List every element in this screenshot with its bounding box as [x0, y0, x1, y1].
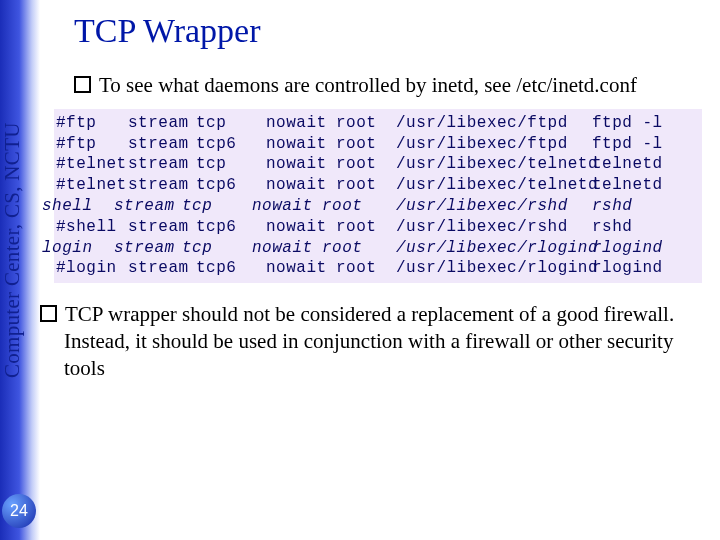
code-cell: root [322, 196, 382, 217]
code-cell: tcp6 [196, 175, 266, 196]
code-cell: stream [114, 238, 182, 259]
code-row: loginstreamtcpnowaitroot/usr/libexec/rlo… [54, 238, 702, 259]
code-cell: rshd [592, 217, 702, 238]
code-cell: nowait [252, 238, 322, 259]
code-cell: rshd [592, 196, 702, 217]
code-cell: #telnet [54, 175, 128, 196]
bullet-1-text: To see what daemons are controlled by in… [99, 73, 637, 97]
slide-title: TCP Wrapper [74, 12, 702, 50]
code-row: #telnetstreamtcpnowaitroot/usr/libexec/t… [54, 154, 702, 175]
code-cell: root [336, 113, 396, 134]
code-cell: tcp [182, 196, 252, 217]
code-cell: /usr/libexec/ftpd [396, 134, 592, 155]
code-cell: root [322, 238, 382, 259]
code-cell: stream [128, 258, 196, 279]
code-cell: /usr/libexec/rlogind [396, 258, 592, 279]
code-cell: nowait [252, 196, 322, 217]
bullet-square-icon [74, 76, 91, 93]
code-cell: tcp [182, 238, 252, 259]
code-cell: ftpd -l [592, 113, 702, 134]
code-cell: root [336, 217, 396, 238]
code-cell: root [336, 175, 396, 196]
code-cell: /usr/libexec/telnetd [396, 154, 592, 175]
code-row: #loginstreamtcp6nowaitroot/usr/libexec/r… [54, 258, 702, 279]
inetd-conf-listing: #ftpstreamtcpnowaitroot/usr/libexec/ftpd… [54, 109, 702, 283]
code-cell: stream [128, 175, 196, 196]
code-cell: tcp6 [196, 134, 266, 155]
code-cell: #shell [54, 217, 128, 238]
code-cell: /usr/libexec/rlogind [396, 238, 592, 259]
code-cell: telnetd [592, 175, 702, 196]
code-cell: root [336, 154, 396, 175]
code-cell: stream [128, 113, 196, 134]
code-cell: ftpd -l [592, 134, 702, 155]
code-cell: shell [40, 196, 114, 217]
code-cell: stream [128, 217, 196, 238]
code-cell: stream [114, 196, 182, 217]
code-row: shellstreamtcpnowaitroot/usr/libexec/rsh… [54, 196, 702, 217]
code-row: #shellstreamtcp6nowaitroot/usr/libexec/r… [54, 217, 702, 238]
bullet-1: To see what daemons are controlled by in… [74, 72, 702, 99]
code-cell: #ftp [54, 113, 128, 134]
code-cell: tcp6 [196, 217, 266, 238]
code-cell: login [40, 238, 114, 259]
code-cell: stream [128, 154, 196, 175]
code-cell: #login [54, 258, 128, 279]
main-content: TCP Wrapper To see what daemons are cont… [50, 0, 720, 540]
code-cell: rlogind [592, 238, 702, 259]
code-row: #ftpstreamtcp6nowaitroot/usr/libexec/ftp… [54, 134, 702, 155]
code-cell: /usr/libexec/telnetd [396, 175, 592, 196]
code-row: #ftpstreamtcpnowaitroot/usr/libexec/ftpd… [54, 113, 702, 134]
code-cell: tcp6 [196, 258, 266, 279]
code-cell: /usr/libexec/rshd [396, 196, 592, 217]
code-cell: root [336, 258, 396, 279]
page-number-badge: 24 [2, 494, 36, 528]
slide: Computer Center, CS, NCTU 24 TCP Wrapper… [0, 0, 720, 540]
code-cell: #telnet [54, 154, 128, 175]
code-cell: root [336, 134, 396, 155]
code-cell: telnetd [592, 154, 702, 175]
code-cell: rlogind [592, 258, 702, 279]
page-number: 24 [10, 502, 28, 520]
code-cell: tcp [196, 113, 266, 134]
bullet-2: TCP wrapper should not be considered a r… [40, 301, 702, 382]
code-cell: nowait [266, 134, 336, 155]
code-cell: nowait [266, 217, 336, 238]
code-cell: nowait [266, 258, 336, 279]
bullet-2-text: TCP wrapper should not be considered a r… [64, 302, 674, 380]
code-cell: /usr/libexec/ftpd [396, 113, 592, 134]
sidebar-vertical-text: Computer Center, CS, NCTU [0, 50, 40, 450]
code-cell: #ftp [54, 134, 128, 155]
code-cell: tcp [196, 154, 266, 175]
bullet-square-icon [40, 305, 57, 322]
code-cell: stream [128, 134, 196, 155]
code-cell: /usr/libexec/rshd [396, 217, 592, 238]
code-cell: nowait [266, 154, 336, 175]
code-cell: nowait [266, 175, 336, 196]
code-row: #telnetstreamtcp6nowaitroot/usr/libexec/… [54, 175, 702, 196]
code-cell: nowait [266, 113, 336, 134]
